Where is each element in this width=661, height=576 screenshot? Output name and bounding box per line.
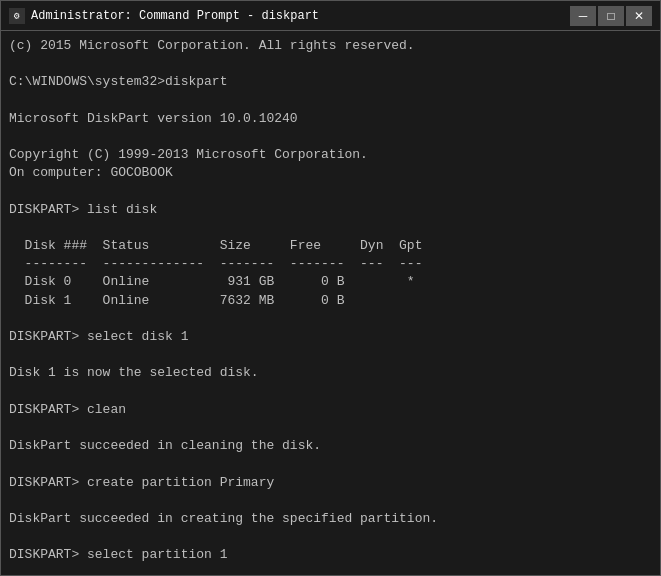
console-line: DISKPART> create partition Primary (9, 474, 652, 492)
console-line: Disk 0 Online 931 GB 0 B * (9, 273, 652, 291)
console-line: Disk 1 is now the selected disk. (9, 364, 652, 382)
console-line: Disk 1 Online 7632 MB 0 B (9, 292, 652, 310)
console-line: On computer: GOCOBOOK (9, 164, 652, 182)
console-line: DISKPART> list disk (9, 201, 652, 219)
console-line: -------- ------------- ------- ------- -… (9, 255, 652, 273)
console-line (9, 219, 652, 237)
console-line (9, 564, 652, 575)
console-line: DISKPART> select partition 1 (9, 546, 652, 564)
title-bar-left: ⚙ Administrator: Command Prompt - diskpa… (9, 8, 319, 24)
console-line: DiskPart succeeded in cleaning the disk. (9, 437, 652, 455)
console-output[interactable]: (c) 2015 Microsoft Corporation. All righ… (1, 31, 660, 575)
console-line: (c) 2015 Microsoft Corporation. All righ… (9, 37, 652, 55)
console-line: DISKPART> clean (9, 401, 652, 419)
console-line: DISKPART> select disk 1 (9, 328, 652, 346)
title-bar: ⚙ Administrator: Command Prompt - diskpa… (1, 1, 660, 31)
console-line (9, 528, 652, 546)
main-window: ⚙ Administrator: Command Prompt - diskpa… (0, 0, 661, 576)
maximize-button[interactable]: □ (598, 6, 624, 26)
console-line (9, 310, 652, 328)
console-line (9, 383, 652, 401)
console-line: DiskPart succeeded in creating the speci… (9, 510, 652, 528)
console-line: Microsoft DiskPart version 10.0.10240 (9, 110, 652, 128)
window-icon: ⚙ (9, 8, 25, 24)
console-line (9, 419, 652, 437)
console-line: C:\WINDOWS\system32>diskpart (9, 73, 652, 91)
console-line (9, 455, 652, 473)
console-line (9, 346, 652, 364)
window-controls: ─ □ ✕ (570, 6, 652, 26)
console-line (9, 183, 652, 201)
console-line: Disk ### Status Size Free Dyn Gpt (9, 237, 652, 255)
window-title: Administrator: Command Prompt - diskpart (31, 9, 319, 23)
console-line (9, 92, 652, 110)
close-button[interactable]: ✕ (626, 6, 652, 26)
console-line (9, 128, 652, 146)
console-line (9, 55, 652, 73)
minimize-button[interactable]: ─ (570, 6, 596, 26)
console-line (9, 492, 652, 510)
console-line: Copyright (C) 1999-2013 Microsoft Corpor… (9, 146, 652, 164)
